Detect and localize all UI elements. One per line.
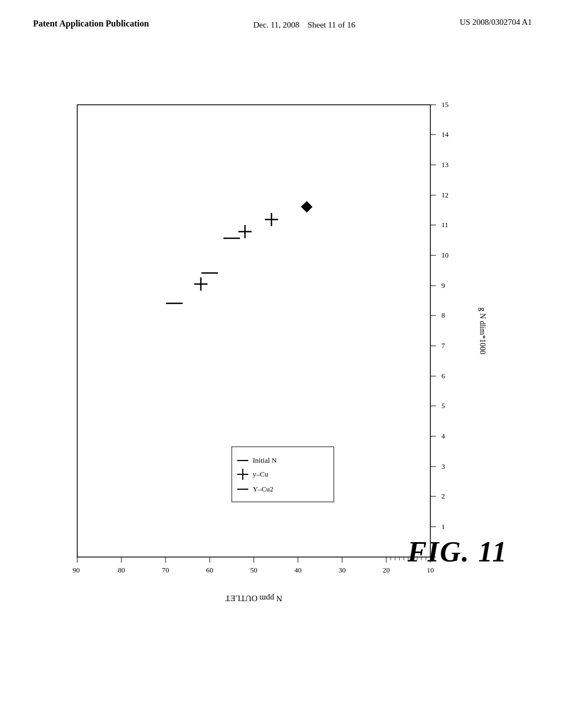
svg-text:2: 2 <box>441 492 445 500</box>
data-point-plus-2 <box>238 225 252 238</box>
publication-date: Dec. 11, 2008 <box>253 20 300 29</box>
chart-area: 0 1 2 3 4 5 6 7 8 9 <box>33 88 513 612</box>
svg-text:6: 6 <box>441 372 445 380</box>
svg-text:3: 3 <box>441 462 445 470</box>
x-axis-label: N ppm OUTLET <box>225 594 282 603</box>
svg-text:11: 11 <box>441 221 449 229</box>
header-center: Dec. 11, 2008 Sheet 11 of 16 <box>253 18 355 33</box>
svg-text:70: 70 <box>162 566 169 574</box>
chart-svg: 0 1 2 3 4 5 6 7 8 9 <box>33 88 513 612</box>
svg-text:9: 9 <box>441 281 445 290</box>
legend-y-cu: y–Cu <box>253 470 269 478</box>
patent-number: US 2008/0302704 A1 <box>460 18 532 27</box>
y-axis-label: g N dlim*1000 <box>478 308 487 355</box>
svg-text:60: 60 <box>206 566 214 574</box>
svg-text:10: 10 <box>441 251 449 259</box>
publication-title: Patent Application Publication <box>33 18 149 30</box>
svg-text:15: 15 <box>441 100 449 109</box>
x-axis: 90 80 70 60 50 40 30 <box>73 557 434 574</box>
svg-text:90: 90 <box>73 566 80 574</box>
svg-text:1: 1 <box>441 522 445 531</box>
data-point-diamond <box>301 201 312 212</box>
svg-text:14: 14 <box>441 130 449 138</box>
svg-text:80: 80 <box>118 566 125 574</box>
svg-text:30: 30 <box>339 566 346 574</box>
legend-initial-n: Initial N <box>253 456 277 464</box>
svg-text:7: 7 <box>441 341 445 350</box>
page: Patent Application Publication Dec. 11, … <box>0 0 565 728</box>
sheet-info: Sheet 11 of 16 <box>308 20 356 29</box>
page-header: Patent Application Publication Dec. 11, … <box>0 0 565 33</box>
data-point-plus-1 <box>265 213 278 226</box>
svg-text:5: 5 <box>441 402 445 410</box>
figure-label: FIG. 11 <box>407 536 508 568</box>
svg-text:8: 8 <box>441 311 445 319</box>
svg-text:4: 4 <box>441 432 445 440</box>
svg-text:13: 13 <box>441 160 449 169</box>
svg-text:12: 12 <box>441 191 449 199</box>
svg-text:20: 20 <box>383 566 390 574</box>
svg-text:50: 50 <box>250 566 258 574</box>
legend-y-cu2: Y–Cu2 <box>253 485 274 493</box>
y-axis: 0 1 2 3 4 5 6 7 8 9 <box>430 100 449 561</box>
svg-text:40: 40 <box>295 566 302 574</box>
data-point-plus-3 <box>194 277 207 291</box>
